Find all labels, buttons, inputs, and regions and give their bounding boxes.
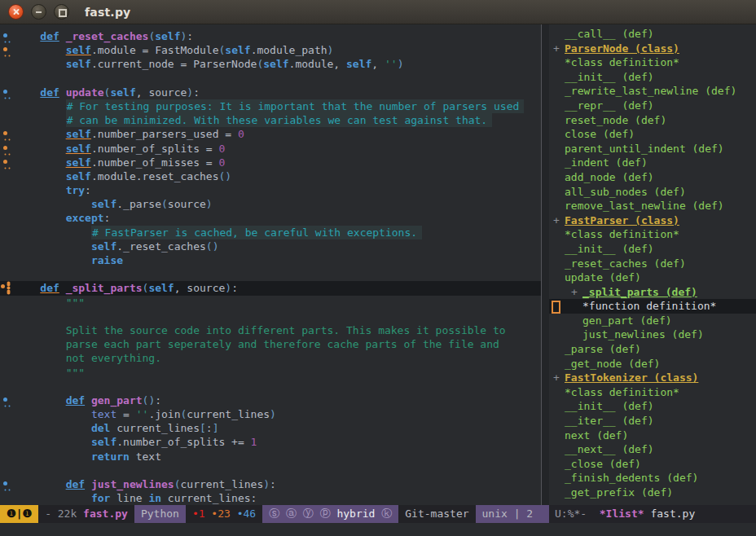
fringe-bookmark-orange-icon — [3, 131, 7, 135]
code-line[interactable]: Split the source code into different par… — [0, 323, 541, 337]
code-line[interactable]: self.current_node = ParserNode(self.modu… — [0, 57, 541, 71]
code-line[interactable] — [0, 380, 541, 393]
outline-item[interactable]: _reset_caches (def) — [549, 257, 756, 271]
code-line[interactable]: del current_lines[:] — [0, 421, 541, 435]
outline-item[interactable]: _finish_dedents (def) — [549, 471, 756, 485]
modeline-segment-issue-counts[interactable]: •1 •23 •46 — [186, 505, 262, 523]
outline-item[interactable]: update (def) — [549, 270, 756, 285]
code-line[interactable]: def _reset_caches(self): — [0, 29, 541, 43]
code-line[interactable]: # FastParser is cached, be careful with … — [0, 226, 541, 239]
code-line[interactable]: self.number_of_misses = 0 — [0, 156, 541, 169]
outline-item[interactable]: gen_part (def) — [549, 314, 756, 328]
code-line[interactable]: try: — [0, 183, 541, 197]
minibuffer[interactable] — [0, 523, 756, 536]
outline-item[interactable]: __call__ (def) — [549, 27, 756, 42]
code-line[interactable]: for line in current_lines: — [0, 491, 541, 505]
token-g: '' — [136, 408, 149, 420]
expand-plus-icon[interactable]: + — [553, 371, 565, 385]
outline-item[interactable]: next (def) — [549, 428, 756, 443]
code-line[interactable]: self.number_parsers_used = 0 — [0, 127, 541, 141]
token-p: () — [218, 170, 231, 182]
code-line[interactable]: self.number_of_splits = 0 — [0, 142, 541, 156]
token-d: .number_of_splits += — [116, 436, 250, 448]
outline-item[interactable]: __init__ (def) — [549, 242, 756, 257]
code-line[interactable]: # For testing purposes: It is important … — [0, 99, 541, 113]
token-g: """ — [66, 297, 85, 309]
expand-plus-icon[interactable]: + — [553, 213, 565, 228]
outline-item[interactable]: +ParserNode (class) — [549, 42, 756, 56]
outline-item[interactable]: _parse (def) — [549, 342, 756, 357]
fringe — [0, 351, 15, 365]
modeline-segment-error-warning-counts[interactable]: ❶|❶ — [0, 505, 38, 523]
outline-item[interactable]: add_node (def) — [549, 170, 756, 185]
outline-item[interactable]: *function definition* — [549, 299, 756, 314]
code-line[interactable]: self._parse(source) — [0, 197, 541, 211]
outline-item[interactable]: +FastParser (class) — [549, 213, 756, 228]
outline-item[interactable]: all_sub_nodes (def) — [549, 185, 756, 200]
close-icon[interactable] — [8, 4, 24, 20]
code-line[interactable]: # can be minimized. With these variables… — [0, 113, 541, 127]
outline-item[interactable]: reset_node (def) — [549, 113, 756, 128]
fringe — [0, 380, 15, 393]
code-line[interactable]: self._reset_caches() — [0, 239, 541, 253]
code-line[interactable]: def _split_parts(self, source): — [0, 281, 541, 295]
outline-item[interactable]: *class definition* — [549, 227, 756, 242]
outline-item[interactable]: _rewrite_last_newline (def) — [549, 84, 756, 99]
modeline-segment-encoding-position[interactable]: unix | 2 — [476, 505, 549, 523]
modeline-right[interactable]: U:%*- *Ilist* fast.py — [549, 505, 756, 523]
outline-item[interactable]: _indent (def) — [549, 156, 756, 170]
outline-item[interactable]: *class definition* — [549, 55, 756, 70]
outline-item[interactable]: _get_prefix (def) — [549, 485, 756, 500]
minimize-icon[interactable] — [31, 4, 46, 20]
ilist-file-name: fast.py — [644, 507, 696, 520]
modeline-segment-version-control[interactable]: Git-master — [398, 505, 475, 523]
outline-item-label: __init__ (def) — [565, 400, 654, 412]
fringe — [0, 253, 15, 267]
code-line[interactable]: parse each part seperately and therefore… — [0, 337, 541, 351]
code-line[interactable]: raise — [0, 253, 541, 267]
modeline-segment-major-mode[interactable]: Python — [134, 505, 186, 523]
code-line[interactable]: """ — [0, 366, 541, 380]
code-line[interactable]: except: — [0, 211, 541, 225]
code-line[interactable]: self.number_of_splits += 1 — [0, 435, 541, 449]
code-line[interactable]: """ — [0, 296, 541, 310]
token-d: .module = FastModule — [91, 44, 219, 56]
token-s: self — [225, 44, 250, 56]
window-divider[interactable] — [541, 24, 549, 505]
outline-item[interactable]: _close (def) — [549, 457, 756, 472]
code-line[interactable]: def update(self, source): — [0, 86, 541, 99]
outline-item[interactable]: __next__ (def) — [549, 442, 756, 457]
code-line[interactable] — [0, 464, 541, 477]
outline-item[interactable]: close (def) — [549, 127, 756, 142]
code-line[interactable]: self.module = FastModule(self.module_pat… — [0, 43, 541, 57]
code-line[interactable] — [0, 72, 541, 86]
expand-plus-icon[interactable]: + — [571, 285, 582, 300]
modeline-segment-minor-modes[interactable]: ⓢ ⓐ ⓨ ⓟ hybrid ⓚ — [262, 505, 398, 523]
code-line[interactable] — [0, 310, 541, 323]
code-line[interactable]: def just_newlines(current_lines): — [0, 477, 541, 491]
outline-item[interactable]: _get_node (def) — [549, 357, 756, 371]
modeline-segment-buffer-info[interactable]: - 22k fast.py — [38, 505, 134, 523]
code-line[interactable]: return text — [0, 450, 541, 464]
code-line[interactable]: not everything. — [0, 351, 541, 365]
outline-item-label: _get_prefix (def) — [565, 486, 673, 499]
expand-plus-icon[interactable]: + — [553, 42, 565, 56]
code-line[interactable] — [0, 267, 541, 281]
token-d: text — [130, 450, 161, 463]
outline-item[interactable]: __init__ (def) — [549, 70, 756, 85]
outline-item[interactable]: +_split_parts (def) — [549, 285, 756, 300]
code-text: Split the source code into different par… — [15, 323, 541, 337]
code-line[interactable]: self.module.reset_caches() — [0, 169, 541, 183]
outline-item[interactable]: __repr__ (def) — [549, 99, 756, 113]
maximize-icon[interactable] — [54, 4, 69, 20]
outline-item[interactable]: *class definition* — [549, 385, 756, 400]
outline-item[interactable]: __init__ (def) — [549, 399, 756, 414]
outline-item[interactable]: __iter__ (def) — [549, 414, 756, 428]
outline-item[interactable]: +FastTokenizer (class) — [549, 371, 756, 385]
outline-item[interactable]: remove_last_newline (def) — [549, 199, 756, 213]
outline-item[interactable]: just_newlines (def) — [549, 327, 756, 342]
code-line[interactable]: def gen_part(): — [0, 393, 541, 407]
code-editor[interactable]: def _reset_caches(self): self.module = F… — [0, 24, 541, 505]
code-line[interactable]: text = ''.join(current_lines) — [0, 407, 541, 421]
outline-item[interactable]: parent_until_indent (def) — [549, 142, 756, 156]
